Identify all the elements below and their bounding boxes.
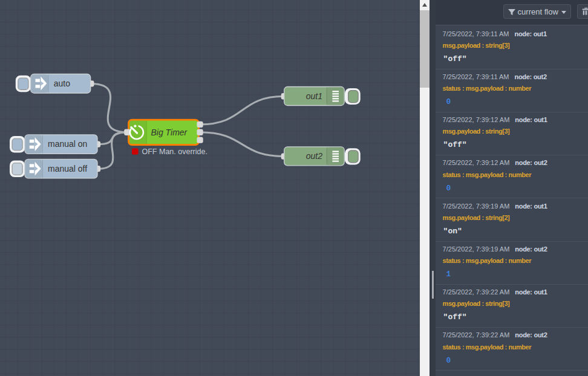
svg-text:out1: out1 — [306, 91, 322, 101]
svg-text:manual off: manual off — [48, 164, 87, 173]
svg-text:Big Timer: Big Timer — [151, 128, 188, 137]
svg-text:out2: out2 — [306, 151, 322, 161]
svg-text:manual on: manual on — [48, 139, 87, 149]
svg-text:auto: auto — [54, 79, 70, 88]
svg-text:OFF Man. override.: OFF Man. override. — [142, 147, 207, 156]
